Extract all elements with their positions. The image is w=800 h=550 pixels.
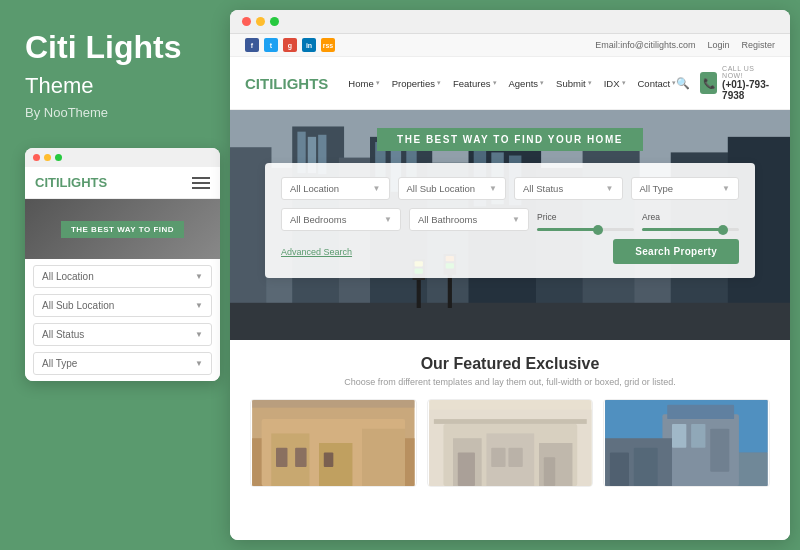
brand-subtitle: Theme	[25, 73, 205, 99]
search-form-bottom: Advanced Search Search Property	[281, 239, 739, 264]
area-slider-thumb[interactable]	[718, 225, 728, 235]
rss-icon[interactable]: rss	[321, 38, 335, 52]
bedrooms-select[interactable]: All Bedrooms ▼	[281, 208, 401, 231]
facebook-icon[interactable]: f	[245, 38, 259, 52]
property-card-2-image	[428, 400, 593, 486]
svg-rect-62	[711, 429, 730, 472]
phone-label: CALL US NOW!	[722, 65, 775, 79]
svg-rect-61	[691, 424, 705, 448]
mobile-sublocation-label: All Sub Location	[42, 300, 114, 311]
topbar-email: Email:info@citilights.com	[595, 40, 695, 50]
mobile-nav-bar: CITILIGHTS	[25, 167, 220, 199]
price-slider-thumb[interactable]	[593, 225, 603, 235]
left-panel: Citi Lights Theme By NooTheme CITILIGHTS…	[0, 0, 230, 550]
mobile-location-select[interactable]: All Location ▼	[33, 265, 212, 288]
search-row-2: All Bedrooms ▼ All Bathrooms ▼ Price	[281, 208, 739, 231]
advanced-search-link[interactable]: Advanced Search	[281, 247, 352, 257]
mobile-type-select[interactable]: All Type ▼	[33, 352, 212, 375]
hero-banner-text: THE BEST WAY TO FIND YOUR HOME	[377, 128, 643, 151]
sublocation-select[interactable]: All Sub Location ▼	[398, 177, 507, 200]
status-label: All Status	[523, 183, 563, 194]
phone-text-group: CALL US NOW! (+01)-793-7938	[722, 65, 775, 101]
area-label: Area	[642, 212, 739, 222]
location-label: All Location	[290, 183, 339, 194]
linkedin-icon[interactable]: in	[302, 38, 316, 52]
price-slider-fill	[537, 228, 595, 231]
twitter-icon[interactable]: t	[264, 38, 278, 52]
phone-icon: 📞	[700, 72, 717, 94]
mobile-status-label: All Status	[42, 329, 84, 340]
nav-submit[interactable]: Submit▾	[556, 78, 592, 89]
area-slider-group: Area	[642, 212, 739, 231]
nav-features[interactable]: Features▾	[453, 78, 497, 89]
nav-contact[interactable]: Contact▾	[638, 78, 677, 89]
featured-section: Our Featured Exclusive Choose from diffe…	[230, 340, 790, 540]
price-slider-track[interactable]	[537, 228, 634, 231]
mobile-status-select[interactable]: All Status ▼	[33, 323, 212, 346]
property-card-3[interactable]	[603, 399, 770, 487]
nav-search-icon[interactable]: 🔍	[676, 77, 690, 90]
mobile-dot-green	[55, 154, 62, 161]
logo-lights: LIGHTS	[273, 75, 328, 92]
mobile-sublocation-select[interactable]: All Sub Location ▼	[33, 294, 212, 317]
type-label: All Type	[640, 183, 674, 194]
status-select[interactable]: All Status ▼	[514, 177, 623, 200]
svg-rect-53	[543, 457, 554, 486]
mobile-search-form: All Location ▼ All Sub Location ▼ All St…	[25, 259, 220, 381]
area-slider-track[interactable]	[642, 228, 739, 231]
bathrooms-arrow: ▼	[512, 215, 520, 224]
nav-properties[interactable]: Properties▾	[392, 78, 441, 89]
logo-citi: CITI	[245, 75, 273, 92]
type-select[interactable]: All Type ▼	[631, 177, 740, 200]
mobile-dot-yellow	[44, 154, 51, 161]
svg-rect-52	[508, 448, 522, 467]
mobile-type-label: All Type	[42, 358, 77, 369]
area-slider-fill	[642, 228, 720, 231]
location-arrow: ▼	[373, 184, 381, 193]
mobile-logo-citi: CITI	[35, 175, 60, 190]
svg-rect-39	[295, 448, 306, 467]
login-link[interactable]: Login	[707, 40, 729, 50]
svg-rect-59	[668, 405, 735, 419]
mobile-location-arrow: ▼	[195, 272, 203, 281]
bathrooms-select[interactable]: All Bathrooms ▼	[409, 208, 529, 231]
register-link[interactable]: Register	[741, 40, 775, 50]
location-select[interactable]: All Location ▼	[281, 177, 390, 200]
property-card-2[interactable]	[427, 399, 594, 487]
nav-home[interactable]: Home▾	[348, 78, 379, 89]
mobile-mockup: CITILIGHTS THE BEST WAY TO FIND All Loca…	[25, 148, 220, 381]
googleplus-icon[interactable]: g	[283, 38, 297, 52]
bathrooms-label: All Bathrooms	[418, 214, 477, 225]
bedrooms-label: All Bedrooms	[290, 214, 347, 225]
desktop-logo: CITILIGHTS	[245, 75, 328, 92]
phone-number: (+01)-793-7938	[722, 79, 775, 101]
svg-rect-63	[610, 453, 629, 486]
svg-rect-38	[276, 448, 287, 467]
svg-rect-51	[491, 448, 505, 467]
svg-rect-37	[362, 429, 405, 486]
window-chrome	[230, 10, 790, 34]
mobile-hero-banner: THE BEST WAY TO FIND	[61, 221, 184, 238]
property-card-3-image	[604, 400, 769, 486]
phone-section: 📞 CALL US NOW! (+01)-793-7938	[700, 65, 775, 101]
featured-title: Our Featured Exclusive	[250, 355, 770, 373]
featured-subtitle: Choose from different templates and lay …	[250, 377, 770, 387]
hero-content: THE BEST WAY TO FIND YOUR HOME All Locat…	[230, 110, 790, 278]
chrome-dot-yellow	[256, 17, 265, 26]
search-property-button[interactable]: Search Property	[613, 239, 739, 264]
mobile-status-arrow: ▼	[195, 330, 203, 339]
property-card-1[interactable]	[250, 399, 417, 487]
hamburger-line2	[192, 182, 210, 184]
nav-right-section: 🔍 📞 CALL US NOW! (+01)-793-7938	[676, 65, 775, 101]
nav-agents[interactable]: Agents▾	[509, 78, 545, 89]
mobile-hamburger-menu[interactable]	[192, 177, 210, 189]
main-navigation: CITILIGHTS Home▾ Properties▾ Features▾ A…	[230, 57, 790, 110]
hamburger-line1	[192, 177, 210, 179]
desktop-topbar: f t g in rss Email:info@citilights.com L…	[230, 34, 790, 57]
property-card-1-image	[251, 400, 416, 486]
nav-idx[interactable]: IDX▾	[604, 78, 626, 89]
mobile-hero-section: THE BEST WAY TO FIND	[25, 199, 220, 259]
hamburger-line3	[192, 187, 210, 189]
mobile-dot-red	[33, 154, 40, 161]
svg-rect-60	[672, 424, 686, 448]
